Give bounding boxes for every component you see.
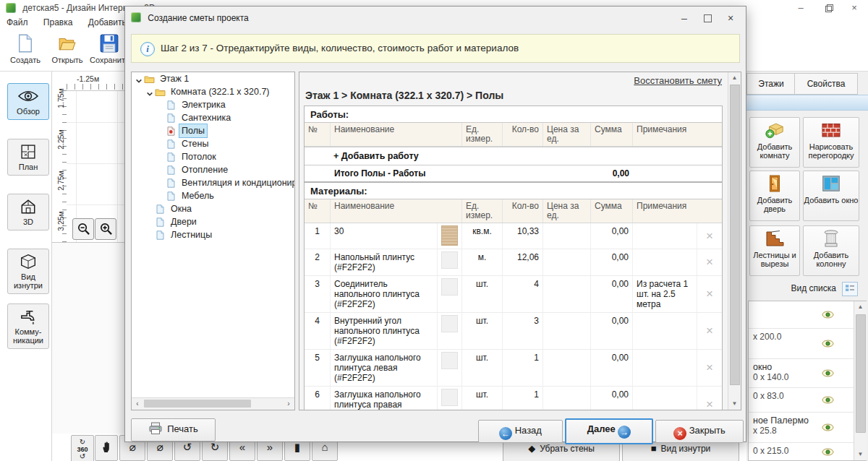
material-unit[interactable]: шт. (462, 387, 503, 410)
tree-item-node[interactable]: Вентиляция и кондиционирование (132, 176, 294, 189)
tree-item-node[interactable]: Стены (132, 137, 294, 150)
dialog-close-icon[interactable]: × (720, 12, 741, 25)
delete-material-icon[interactable]: × (697, 387, 722, 410)
material-note[interactable] (633, 223, 697, 249)
material-price[interactable] (543, 313, 591, 349)
tree-item-node[interactable]: Сантехника (132, 111, 294, 124)
add-work-button[interactable]: + Добавить работу (305, 147, 722, 165)
material-unit[interactable]: шт. (462, 350, 503, 386)
material-quantity[interactable]: 1 (503, 350, 543, 386)
material-note[interactable] (633, 387, 697, 410)
material-note[interactable] (633, 313, 697, 349)
tree-item-node[interactable]: Окна (132, 202, 294, 215)
dialog-maximize-icon[interactable] (697, 12, 718, 25)
material-name[interactable]: Заглушка напольного плинтуса левая (#F2F… (331, 350, 438, 386)
material-price[interactable] (543, 223, 591, 249)
scroll-thumb[interactable] (730, 85, 740, 385)
tree-item-node[interactable]: Электрика (132, 98, 294, 111)
tree-hscrollbar[interactable]: ‹ › (132, 397, 294, 410)
material-swatch[interactable] (441, 352, 458, 369)
material-name[interactable]: 30 (331, 223, 438, 249)
tree-item-node[interactable]: Мебель (132, 189, 294, 202)
dialog-minimize-icon[interactable]: – (673, 12, 695, 25)
delete-material-icon[interactable]: × (697, 313, 722, 349)
material-name[interactable]: Заглушка напольного плинтуса правая (#F2… (331, 387, 438, 410)
minimize-icon[interactable]: – (790, 1, 812, 14)
material-unit[interactable]: шт. (462, 276, 503, 312)
scroll-down-icon[interactable]: ▼ (728, 398, 741, 410)
material-swatch[interactable] (441, 389, 458, 406)
material-name[interactable]: Соединитель напольного плинтуса (#F2F2F2… (331, 276, 438, 312)
delete-material-icon[interactable]: × (697, 249, 722, 275)
content-vscrollbar[interactable]: ▲ ▼ (728, 72, 741, 410)
restore-estimate-link[interactable]: Восстановить смету (634, 75, 722, 86)
close-icon[interactable]: × (843, 1, 865, 14)
material-price[interactable] (543, 276, 591, 312)
tree-item-node[interactable]: Потолок (132, 150, 294, 163)
add-room-button[interactable]: Добавить комнату (749, 117, 800, 168)
close-button[interactable]: × Закрыть (655, 420, 744, 443)
rotate-360-button[interactable]: ↻ 360 ↺ (71, 435, 94, 461)
material-unit[interactable]: кв.м. (462, 223, 503, 249)
open-folder-button[interactable]: Открыть (48, 32, 87, 68)
material-quantity[interactable]: 1 (503, 387, 543, 410)
material-quantity[interactable]: 3 (503, 313, 543, 349)
new-document-button[interactable]: Создать (6, 32, 45, 68)
view-button-eye[interactable]: Обзор (7, 83, 49, 120)
delete-material-icon[interactable]: × (697, 350, 722, 386)
material-swatch[interactable] (441, 278, 458, 296)
draw-partition-button[interactable]: Нарисовать перегородку (803, 117, 859, 168)
material-quantity[interactable]: 4 (503, 276, 543, 312)
scroll-down-icon[interactable]: ▼ (854, 449, 867, 460)
material-unit[interactable]: м. (462, 249, 503, 275)
save-floppy-button[interactable]: Сохранить (90, 32, 129, 68)
delete-material-icon[interactable]: × (697, 223, 722, 249)
tree-item-node[interactable]: Двери (132, 215, 294, 228)
print-button[interactable]: Печать (131, 418, 216, 441)
scroll-thumb[interactable] (856, 314, 866, 433)
add-door-button[interactable]: Добавить дверь (749, 171, 800, 221)
view-button-interior-view[interactable]: Вид изнутри (7, 249, 49, 294)
visibility-eye-icon[interactable] (822, 423, 834, 434)
tab-floors[interactable]: Этажи (746, 73, 796, 95)
stairs-button[interactable]: Лестницы и вырезы (749, 225, 800, 276)
zoom-in-button[interactable] (95, 218, 116, 240)
material-note[interactable]: Из расчета 1 шт. на 2.5 метра (633, 276, 697, 312)
object-list-item[interactable]: ное Палермоx 25.8 (749, 413, 866, 443)
material-swatch[interactable] (441, 251, 458, 269)
visibility-eye-icon[interactable] (822, 311, 834, 321)
material-price[interactable] (543, 387, 591, 410)
visibility-eye-icon[interactable] (822, 369, 834, 379)
object-list-scrollbar[interactable]: ▲ ▼ (854, 301, 867, 460)
view-button-floor-plan[interactable]: План (7, 139, 49, 176)
tab-properties[interactable]: Свойства (794, 73, 858, 95)
pan-hand-button[interactable] (95, 435, 118, 461)
material-quantity[interactable]: 10,33 (503, 223, 543, 249)
next-button[interactable]: Далее → (565, 418, 653, 444)
tree-item-node[interactable]: Отопление (132, 163, 294, 176)
material-price[interactable] (543, 249, 591, 275)
add-column-button[interactable]: Добавить колонну (803, 225, 859, 276)
tree-item-node[interactable]: Комната (322.1 x 320.7) (132, 85, 294, 98)
scroll-thumb[interactable] (144, 400, 251, 408)
tree-item-selected[interactable]: Полы (132, 124, 294, 137)
material-note[interactable] (633, 249, 697, 275)
material-unit[interactable]: шт. (462, 313, 503, 349)
menu-edit[interactable]: Правка (37, 16, 80, 29)
object-list-item[interactable]: 0 x 215.0 (749, 443, 866, 461)
material-swatch[interactable] (441, 225, 458, 246)
view-button-faucet[interactable]: Комму-​никации (7, 303, 49, 349)
back-button[interactable]: ← Назад (478, 420, 563, 443)
material-name[interactable]: Внутренний угол напольного плинтуса (#F2… (331, 313, 438, 349)
material-price[interactable] (543, 350, 591, 386)
view-button-house-3d[interactable]: 3D (7, 194, 49, 231)
material-note[interactable] (633, 350, 697, 386)
restore-icon[interactable] (817, 1, 839, 14)
chevron-down-icon[interactable] (146, 88, 153, 95)
visibility-eye-icon[interactable] (822, 448, 834, 458)
object-list-item[interactable] (749, 301, 866, 329)
visibility-eye-icon[interactable] (822, 396, 834, 406)
scroll-left-icon[interactable]: ‹ (132, 398, 143, 410)
zoom-out-button[interactable] (72, 218, 94, 240)
add-window-button[interactable]: Добавить окно (803, 171, 859, 221)
